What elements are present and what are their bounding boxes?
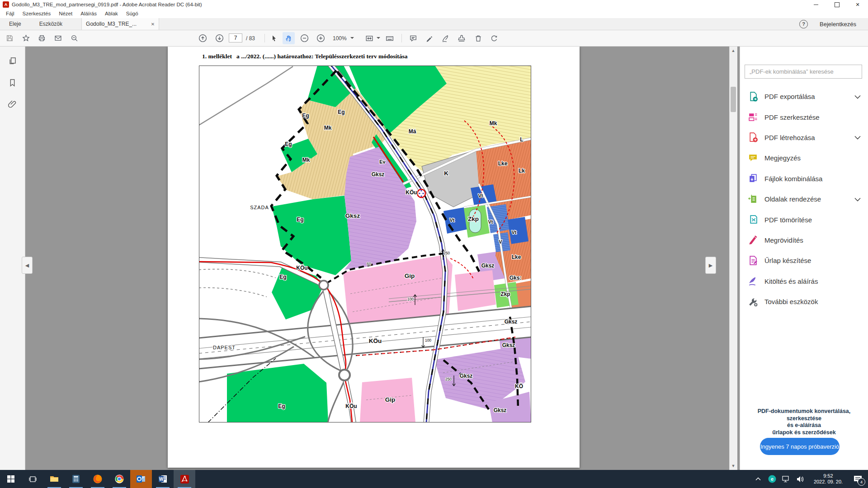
panel-tool-label: PDF szerkesztése [764,113,820,121]
vertical-scrollbar[interactable]: ▲ ▼ [729,47,737,470]
tab-home[interactable]: Eleje [0,18,30,30]
menu-item[interactable]: Aláírás [76,11,101,16]
panel-tool-item[interactable]: Kitöltés és aláírás [740,271,868,291]
map-label: Vt [512,230,517,235]
panel-tool-item[interactable]: Űrlap készítése [740,250,868,271]
zoom-in-icon[interactable] [315,32,327,44]
calculator-button[interactable] [65,470,87,488]
network-tray-icon[interactable] [781,473,792,485]
map-label: Lk [519,168,525,174]
bookmarks-icon[interactable] [0,75,25,90]
page-thumbnails-icon[interactable] [0,53,25,68]
zoom-caret-icon[interactable] [350,37,354,39]
fit-caret-icon[interactable] [377,37,380,39]
page-count-label: / 83 [246,35,255,42]
map-label: Gksz [345,212,360,219]
word-button[interactable]: W [152,470,174,488]
stamp-icon[interactable] [455,32,467,44]
map-label: Eg [279,274,286,280]
comment-icon[interactable] [407,32,419,44]
previous-page-arrow[interactable]: ◀ [22,257,33,274]
maximize-button[interactable] [826,0,847,9]
close-tab-icon[interactable]: ✕ [151,22,155,27]
panel-tool-item[interactable]: Fájlok kombinálása [740,169,868,189]
menu-item[interactable]: Ablak [101,11,122,16]
menu-item[interactable]: Szerkesztés [19,11,55,16]
zoom-level-label[interactable]: 100% [333,35,347,42]
tab-document[interactable]: Godollo_M3_TRE_... ✕ [81,18,159,30]
search-document-icon[interactable] [68,32,80,44]
form-tool-icon [748,255,759,266]
file-explorer-button[interactable] [43,470,65,488]
scroll-up-icon[interactable]: ▲ [731,48,736,53]
roundabout-2 [339,370,350,380]
previous-page-icon[interactable] [197,32,209,44]
panel-tool-item[interactable]: Megrövidítés [740,230,868,250]
fit-width-icon[interactable] [363,32,375,44]
map-label: Vt [488,219,493,225]
pdf-page[interactable]: 1. melléklet a .../2022. (......) határo… [168,47,580,468]
map-label: Eg [338,109,344,115]
favorites-star-icon[interactable] [20,32,32,44]
print-icon[interactable] [36,32,48,44]
ruler-keyboard-icon[interactable] [383,32,396,44]
task-view-button[interactable] [22,470,43,488]
map-label: Mk [490,120,497,127]
taskbar-clock[interactable]: 9:52 2022. 09. 20. [809,473,848,485]
volume-tray-icon[interactable] [795,473,806,485]
action-center-icon[interactable]: 4 [851,473,864,485]
map-label: Gksz [481,263,495,269]
panel-tool-item[interactable]: PDF létrehozása [740,127,868,148]
sign-pen-icon[interactable] [439,32,451,44]
menu-item[interactable]: Fájl [2,11,19,16]
chrome-button[interactable] [108,470,130,488]
attachments-icon[interactable] [0,96,25,112]
panel-tool-item[interactable]: Oldalak rendezése [740,189,868,209]
map-label: Lke [512,254,521,260]
chevron-down-icon[interactable] [854,133,861,141]
scroll-down-icon[interactable]: ▼ [731,464,736,468]
close-button[interactable]: ✕ [847,0,868,9]
firefox-button[interactable] [87,470,108,488]
acrobat-button[interactable] [174,470,195,488]
map-label: Zkp [468,216,479,222]
start-button[interactable] [0,470,22,488]
menu-item[interactable]: Nézet [55,11,76,16]
sign-in-button[interactable]: Bejelentkezés [820,21,856,28]
map-label: Gksz [494,407,507,413]
tools-search-input[interactable] [745,65,862,79]
eset-tray-icon[interactable]: e [767,473,778,485]
hand-tool-icon[interactable] [283,32,295,44]
scrollbar-thumb[interactable] [731,87,736,112]
rotate-icon[interactable] [488,32,500,44]
tab-tools[interactable]: Eszközök [30,18,71,30]
minimize-button[interactable] [806,0,826,9]
map-label: Má [409,128,416,135]
panel-tool-item[interactable]: PDF exportálása [740,86,868,107]
next-page-arrow[interactable]: ▶ [705,257,716,274]
save-icon[interactable] [4,32,16,44]
menu-item[interactable]: Súgó [122,11,142,16]
toolbar: / 83 100% [0,30,868,47]
tray-chevron-icon[interactable] [753,473,764,485]
map-label: KÖ [515,383,523,389]
chevron-down-icon[interactable] [854,195,861,203]
panel-tool-item[interactable]: Megjegyzés [740,148,868,168]
next-page-icon[interactable] [213,32,226,44]
zoom-out-icon[interactable] [298,32,311,44]
panel-tool-item[interactable]: További eszközök [740,291,868,312]
highlight-icon[interactable] [423,32,435,44]
free-trial-button[interactable]: Ingyenes 7 napos próbaverzió [760,438,840,455]
help-icon[interactable]: ? [799,20,808,28]
zoning-map: EgEgEgEgEgEgMkMkMkMáEvKGkszGkszGkszGks:G… [199,66,531,422]
panel-tool-label: PDF létrehozása [764,134,815,141]
panel-tool-item[interactable]: PDF tömörítése [740,209,868,230]
delete-icon[interactable] [472,32,484,44]
email-icon[interactable] [52,32,64,44]
panel-tool-item[interactable]: PDF szerkesztése [740,107,868,127]
outlook-button[interactable] [130,470,152,488]
select-tool-icon[interactable] [268,32,280,44]
page-number-input[interactable] [229,33,242,42]
chevron-down-icon[interactable] [854,93,861,101]
window-title: Godollo_M3_TRE_mod_partnersegi_0919.pdf … [12,2,202,7]
